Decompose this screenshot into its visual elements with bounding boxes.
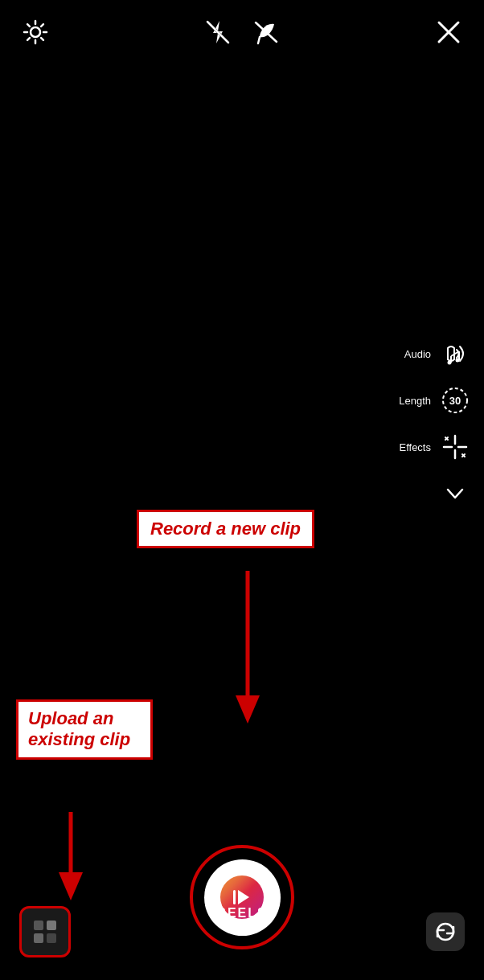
- svg-line-8: [27, 38, 30, 40]
- more-tools-button[interactable]: [439, 478, 471, 510]
- svg-rect-38: [34, 933, 43, 943]
- upload-button[interactable]: [19, 906, 71, 957]
- close-button[interactable]: [433, 16, 465, 48]
- effects-tool[interactable]: Effects: [399, 431, 471, 463]
- effects-icon: [439, 431, 471, 463]
- right-tools: Audio Length 30: [399, 338, 471, 510]
- record-annotation-text: Record a new clip: [150, 519, 301, 539]
- length-label: Length: [399, 395, 431, 407]
- svg-point-0: [31, 27, 40, 37]
- svg-line-5: [27, 24, 30, 27]
- svg-rect-36: [34, 921, 43, 930]
- no-sound-button[interactable]: [250, 16, 282, 48]
- svg-line-7: [41, 24, 43, 27]
- length-icon: 30: [439, 384, 471, 416]
- length-tool[interactable]: Length 30: [399, 384, 471, 416]
- brightness-button[interactable]: [19, 16, 51, 48]
- flip-camera-button[interactable]: [426, 912, 465, 951]
- svg-marker-31: [236, 695, 260, 724]
- svg-rect-37: [47, 921, 56, 930]
- upload-annotation-text: Upload an existing clip: [28, 708, 130, 749]
- upload-annotation-box: Upload an existing clip: [16, 699, 153, 760]
- svg-line-6: [41, 38, 43, 40]
- effects-label: Effects: [399, 441, 431, 453]
- top-center-icons: [202, 16, 282, 48]
- svg-rect-39: [47, 933, 56, 943]
- record-annotation-box: Record a new clip: [137, 510, 314, 548]
- svg-marker-33: [59, 872, 83, 900]
- reels-label: REELS: [216, 906, 267, 921]
- upload-arrow: [55, 812, 87, 908]
- audio-icon: [439, 338, 471, 370]
- audio-tool[interactable]: Audio: [404, 338, 471, 370]
- top-bar: [0, 0, 484, 64]
- record-arrow: [232, 571, 264, 732]
- audio-label: Audio: [404, 348, 431, 360]
- svg-text:30: 30: [449, 395, 461, 407]
- flash-off-button[interactable]: [202, 16, 234, 48]
